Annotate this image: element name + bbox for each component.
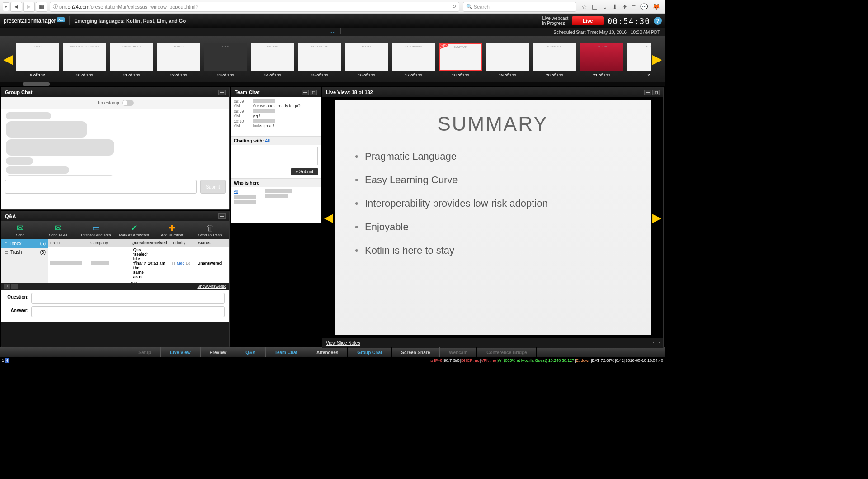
col-question[interactable]: Question: [132, 241, 149, 245]
who-all-link[interactable]: All: [234, 189, 256, 194]
slide-thumbnail[interactable]: KOBALT12 of 132: [156, 43, 201, 77]
status-vpn: VPN: no: [481, 358, 496, 363]
identity-button[interactable]: ▦: [36, 2, 47, 12]
tab-setup[interactable]: Setup: [129, 347, 160, 357]
slide-thumbnail[interactable]: NEXT STEPS15 of 132: [297, 43, 342, 77]
browser-toolbar: ▾ ◄ ► ▦ ⓘ pm.on24.com/presentationMgr/co…: [0, 0, 665, 14]
workspace-1[interactable]: 1: [2, 358, 4, 363]
tab-attendees[interactable]: Attendees: [307, 347, 348, 357]
search-bar[interactable]: 🔍 Search: [463, 2, 576, 12]
qa-send-all-button[interactable]: ✉Send To All: [39, 221, 77, 239]
slide-thumbnail[interactable]: SPEK13 of 132: [203, 43, 248, 77]
slide-thumbnail[interactable]: OSCON21 of 132: [580, 43, 624, 77]
group-chat-messages: [1, 109, 229, 176]
qa-folder[interactable]: 🗀Trash(5): [1, 248, 48, 256]
pocket-icon[interactable]: ⌄: [602, 3, 608, 10]
slide-thumbnail[interactable]: LIVESUMMARY18 of 132: [439, 43, 483, 77]
slide-thumbnail[interactable]: COMMUNITY17 of 132: [392, 43, 436, 77]
answer-field[interactable]: [31, 306, 225, 317]
qa-add-button[interactable]: ✚Add Question: [153, 221, 191, 239]
question-label: Question:: [6, 293, 28, 304]
tab-qa[interactable]: Q&A: [236, 347, 265, 357]
help-icon[interactable]: ?: [654, 17, 662, 25]
qa-trash-button[interactable]: 🗑Send To Trash: [191, 221, 229, 239]
slide-thumbnail[interactable]: BOOKS16 of 132: [344, 43, 389, 77]
slide-bullet: Pragmatic Language: [355, 151, 631, 162]
workspace-4[interactable]: 4: [5, 358, 9, 363]
qa-send-button[interactable]: ✉Send: [1, 221, 39, 239]
timestamp-toggle[interactable]: [122, 100, 134, 106]
tab-screen-share[interactable]: Screen Share: [392, 347, 439, 357]
qa-push-button[interactable]: ▭Push to Slide Area: [77, 221, 115, 239]
question-field[interactable]: [31, 293, 225, 304]
timestamp-toggle-row: Timestamp: [1, 97, 229, 109]
qa-add-folder[interactable]: +: [4, 284, 10, 289]
show-answered-link[interactable]: Show Answered: [197, 284, 226, 289]
col-from[interactable]: From: [50, 241, 90, 245]
minimize-icon[interactable]: —: [644, 90, 651, 95]
team-chat-input[interactable]: [234, 147, 318, 165]
chatting-with-value[interactable]: All: [265, 138, 270, 143]
tab-conf-bridge[interactable]: Conference Bridge: [477, 347, 536, 357]
download-icon[interactable]: ⬇: [612, 3, 618, 10]
filmstrip-next[interactable]: ▶: [651, 52, 664, 66]
thumb-label: 16 of 132: [358, 73, 376, 77]
grid-icon[interactable]: ▤: [592, 3, 598, 10]
tab-preview[interactable]: Preview: [200, 347, 236, 357]
col-priority[interactable]: Priority: [173, 241, 198, 245]
chevron-up-icon[interactable]: ︿: [325, 28, 341, 34]
menu-drop[interactable]: ▾: [3, 2, 9, 11]
slide-thumbnail[interactable]: THANK YOU20 of 132: [533, 43, 577, 77]
popout-icon[interactable]: ◻: [652, 90, 660, 95]
minimize-icon[interactable]: —: [218, 90, 226, 95]
qa-detail: Question: Answer:: [1, 290, 229, 322]
tab-group-chat[interactable]: Group Chat: [348, 347, 392, 357]
minimize-icon[interactable]: —: [218, 213, 226, 219]
slide-thumbnail[interactable]: Sta2: [627, 43, 651, 77]
status-disk: 98.7 GiB: [444, 358, 460, 363]
thumb-label: 13 of 132: [217, 73, 235, 77]
view-slide-notes[interactable]: View Slide Notes: [326, 341, 360, 346]
star-icon[interactable]: ☆: [581, 3, 587, 10]
tab-live-view[interactable]: Live View: [160, 347, 200, 357]
tab-team-chat[interactable]: Team Chat: [265, 347, 307, 357]
minimize-icon[interactable]: —: [302, 90, 309, 95]
forward-button[interactable]: ►: [23, 2, 35, 12]
send-icon[interactable]: ✈: [622, 3, 627, 10]
slide-thumbnail[interactable]: SPRING BOOT11 of 132: [109, 43, 154, 77]
qa-remove-folder[interactable]: −: [11, 284, 18, 289]
popout-icon[interactable]: ◻: [310, 90, 317, 95]
filmstrip-prev[interactable]: ◀: [2, 52, 14, 66]
slide-thumbnail[interactable]: 19 of 132: [486, 43, 530, 77]
col-received[interactable]: Received: [149, 241, 173, 245]
team-chat-submit[interactable]: » Submit: [291, 168, 318, 175]
toolbar-icons: ☆ ▤ ⌄ ⬇ ✈ ≡ 💬 🦊: [578, 3, 664, 10]
slide-thumbnail[interactable]: ANDROID EXTENSIONS10 of 132: [62, 43, 107, 77]
profile-icon[interactable]: 🦊: [652, 3, 660, 10]
group-chat-input[interactable]: [5, 180, 197, 194]
qa-row[interactable]: Q is 'sealed' like 'final'? the same as …: [48, 247, 229, 280]
status-eth: E: down: [576, 358, 591, 363]
col-company[interactable]: Company: [90, 241, 132, 245]
tab-webcam[interactable]: Webcam: [439, 347, 477, 357]
chat-icon[interactable]: 💬: [640, 3, 648, 10]
live-next-slide[interactable]: ▶: [651, 97, 663, 338]
reload-icon[interactable]: ↻: [452, 4, 456, 9]
live-prev-slide[interactable]: ◀: [322, 97, 335, 338]
search-icon: 🔍: [466, 4, 472, 9]
back-button[interactable]: ◄: [10, 2, 22, 12]
url-host: on24.com: [67, 4, 89, 9]
url-bar[interactable]: ⓘ pm.on24.com/presentationMgr/colossus_w…: [50, 2, 459, 12]
col-status[interactable]: Status: [198, 241, 227, 245]
qa-footer: + − Show Answered: [1, 283, 229, 290]
group-chat-send[interactable]: Submit: [200, 180, 226, 194]
live-badge[interactable]: Live: [572, 16, 604, 25]
qa-answered-button[interactable]: ✔Mark As Answered: [115, 221, 153, 239]
filmstrip-scrollbar[interactable]: [0, 82, 665, 86]
live-slide: SUMMARY Pragmatic LanguageEasy Learning …: [335, 100, 651, 335]
info-icon[interactable]: ⓘ: [53, 3, 58, 10]
slide-thumbnail[interactable]: ROADMAP14 of 132: [250, 43, 295, 77]
slide-thumbnail[interactable]: ANKO9 of 132: [15, 43, 60, 77]
qa-folder[interactable]: 🗀Inbox(5): [1, 239, 48, 248]
menu-icon[interactable]: ≡: [632, 3, 636, 10]
